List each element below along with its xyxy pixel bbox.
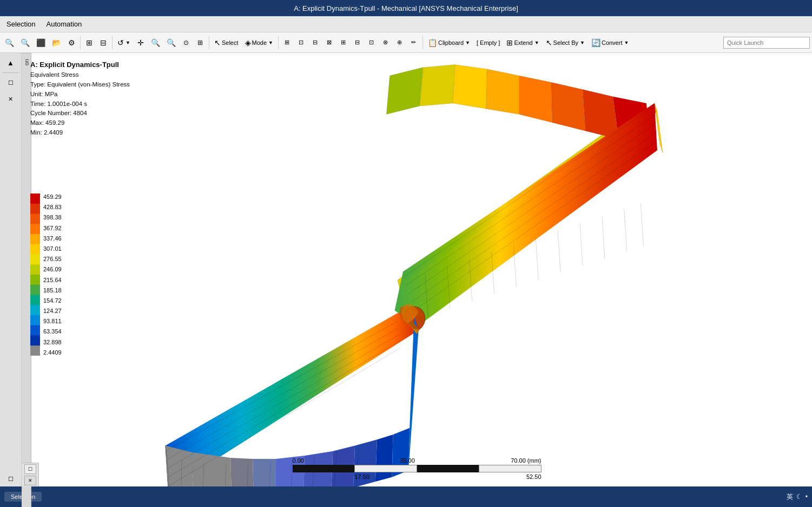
- btn3-icon: ⊟: [313, 39, 318, 46]
- btn9-icon: ⊕: [397, 39, 402, 46]
- content-area: A: Explicit Dynamics-Tpull Equivalent St…: [22, 53, 812, 507]
- mini-close-btn[interactable]: ✕: [24, 476, 36, 485]
- empty-label: [ Empty ]: [477, 39, 500, 46]
- tb-open[interactable]: 📂: [49, 35, 64, 50]
- moon-icon: ☾: [796, 493, 802, 501]
- legend-value-2: 398.38: [43, 214, 62, 221]
- mode-dropdown: ▼: [268, 40, 273, 45]
- select-by-icon: ↖: [546, 38, 552, 47]
- tb-cursor[interactable]: ✛: [134, 35, 147, 50]
- dot-icon: •: [806, 493, 808, 501]
- close-x-icon: ✕: [8, 96, 13, 103]
- scale-val-0: 0.00: [293, 457, 304, 464]
- color-legend: 459.29428.83398.38367.92337.46307.01276.…: [30, 194, 63, 356]
- tb-btn4[interactable]: ⊠: [323, 35, 336, 50]
- scale-val-bot-1: 52.50: [526, 473, 542, 480]
- legend-value-10: 154.72: [43, 297, 62, 304]
- left-tab-on[interactable]: on: [22, 53, 31, 71]
- tb-btn8[interactable]: ⊗: [379, 35, 392, 50]
- sidebar-sep: [2, 72, 19, 73]
- min-label: Min: 2.4409: [30, 128, 130, 138]
- sidebar-btn-close2[interactable]: ☐: [2, 471, 19, 486]
- zoom-out-icon: 🔍: [151, 38, 160, 47]
- tb-btn2[interactable]: ⊡: [295, 35, 308, 50]
- info-panel: A: Explicit Dynamics-Tpull Equivalent St…: [30, 59, 130, 138]
- clipboard-icon: 📋: [428, 38, 437, 47]
- fem-visualization[interactable]: [22, 53, 812, 507]
- tb-btn7[interactable]: ⊡: [365, 35, 378, 50]
- convert-icon: 🔄: [591, 38, 600, 47]
- btn10-icon: ✏: [411, 39, 416, 46]
- title-bar: A: Explicit Dynamics-Tpull - Mechanical …: [0, 0, 812, 16]
- tb-extend[interactable]: ⊞ Extend ▼: [504, 35, 542, 50]
- mini-cb-icon: ☐: [28, 466, 32, 472]
- legend-value-1: 428.83: [43, 204, 62, 210]
- btn2-icon: ⊡: [299, 39, 303, 46]
- tb-mode[interactable]: ◈ Mode ▼: [242, 35, 276, 50]
- taskbar: Selection 英 ☾ •: [0, 486, 812, 507]
- tb-zoom-in[interactable]: 🔍: [164, 35, 179, 50]
- btn5-icon: ⊞: [341, 39, 346, 46]
- tb-zoom-out[interactable]: 🔍: [148, 35, 163, 50]
- mini-checkbox[interactable]: ☐: [24, 464, 36, 474]
- tb-grid1[interactable]: ⊞: [83, 35, 96, 50]
- legend-value-9: 185.18: [43, 287, 62, 293]
- tb-btn3[interactable]: ⊟: [309, 35, 322, 50]
- legend-value-11: 124.27: [43, 308, 62, 314]
- extend-dropdown: ▼: [534, 40, 539, 45]
- sidebar-btn-checkbox[interactable]: ☐: [2, 75, 19, 90]
- tb-btn9[interactable]: ⊕: [393, 35, 406, 50]
- menu-selection[interactable]: Selection: [2, 18, 39, 30]
- sep3: [209, 36, 209, 49]
- tb-rotate[interactable]: ↺ ▼: [115, 35, 133, 50]
- system-tray: 英 ☾ •: [787, 492, 808, 502]
- tb-btn5[interactable]: ⊞: [337, 35, 350, 50]
- scale-val-1: 35.00: [400, 457, 415, 464]
- legend-value-12: 93.811: [43, 318, 62, 324]
- menu-automation[interactable]: Automation: [42, 18, 86, 30]
- scale-seg-3: [417, 465, 479, 472]
- cycle-label: Cycle Number: 4804: [30, 109, 130, 118]
- tb-select-by[interactable]: ↖ Select By ▼: [543, 35, 587, 50]
- tb-select[interactable]: ↖ Select: [212, 35, 241, 50]
- tb-search2[interactable]: 🔍: [18, 35, 32, 50]
- search-icon: 🔍: [5, 38, 14, 47]
- tb-settings[interactable]: ⚙: [65, 35, 78, 50]
- btn4-icon: ⊠: [327, 39, 332, 46]
- legend-value-14: 32.898: [43, 339, 62, 345]
- max-label: Max: 459.29: [30, 118, 130, 128]
- legend-color-bar: [30, 194, 40, 356]
- tb-btn6[interactable]: ⊟: [351, 35, 364, 50]
- tb-btn10[interactable]: ✏: [407, 35, 420, 50]
- main-area: ▲ ☐ ✕ ☐ ✕: [0, 53, 812, 507]
- tb-zoom-box[interactable]: ⊞: [194, 35, 207, 50]
- search2-icon: 🔍: [21, 38, 30, 47]
- tb-zoom-fit[interactable]: ⊙: [180, 35, 193, 50]
- zoom-in-icon: 🔍: [167, 38, 176, 47]
- mini-close-icon: ✕: [28, 478, 32, 483]
- tb-box3d[interactable]: ⬛: [34, 35, 48, 50]
- legend-value-8: 215.64: [43, 277, 62, 283]
- tb-empty[interactable]: [ Empty ]: [474, 35, 503, 50]
- tb-convert[interactable]: 🔄 Convert ▼: [589, 35, 631, 50]
- quick-launch-input[interactable]: [723, 37, 810, 49]
- legend-value-7: 246.09: [43, 266, 62, 272]
- type-label: Type: Equivalent (von-Mises) Stress: [30, 80, 130, 90]
- grid2-icon: ⊟: [100, 38, 107, 47]
- sidebar-btn-up[interactable]: ▲: [2, 55, 19, 70]
- btn7-icon: ⊡: [369, 39, 374, 46]
- tb-search1[interactable]: 🔍: [2, 35, 17, 50]
- btn1-icon: ⊞: [285, 39, 289, 46]
- tb-grid2[interactable]: ⊟: [97, 35, 110, 50]
- cursor-icon: ✛: [137, 38, 144, 47]
- tb-clipboard[interactable]: 📋 Clipboard ▼: [425, 35, 473, 50]
- scale-val-bot-0: 17.50: [355, 473, 370, 480]
- select-by-label: Select By: [553, 39, 578, 46]
- clipboard-label: Clipboard: [438, 39, 464, 46]
- sidebar-btn-close[interactable]: ✕: [2, 91, 19, 106]
- box3d-icon: ⬛: [36, 38, 45, 47]
- legend-value-6: 276.55: [43, 256, 62, 262]
- tb-btn1[interactable]: ⊞: [281, 35, 294, 50]
- scale-bar-bottom: 17.50 52.50: [293, 473, 542, 480]
- legend-value-15: 2.4409: [43, 349, 62, 356]
